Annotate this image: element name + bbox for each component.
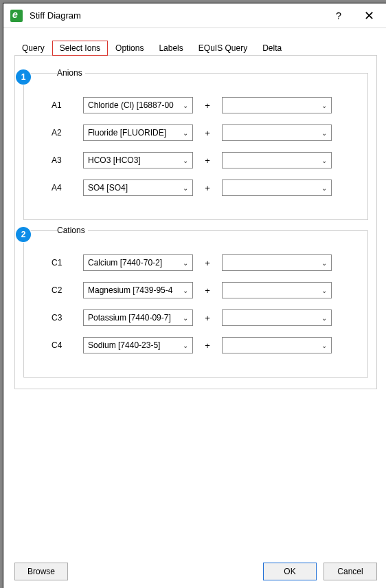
chevron-down-icon: ⌄ (183, 102, 188, 109)
combo-value: Chloride (Cl) [16887-00 (88, 100, 174, 110)
stiff-diagram-dialog: Stiff Diagram ? ✕ Query Select Ions Opti… (3, 3, 386, 588)
chevron-down-icon: ⌄ (183, 287, 188, 294)
titlebar: Stiff Diagram ? ✕ (3, 3, 386, 28)
annotation-marker-2: 2 (16, 227, 31, 242)
label-c2: C2 (52, 285, 73, 295)
combo-a1-secondary[interactable]: ⌄ (222, 97, 332, 113)
chevron-down-icon: ⌄ (321, 184, 327, 192)
chevron-down-icon: ⌄ (321, 287, 327, 294)
chevron-down-icon: ⌄ (183, 157, 188, 164)
chevron-down-icon: ⌄ (183, 342, 188, 349)
tab-labels[interactable]: Labels (151, 40, 190, 56)
chevron-down-icon: ⌄ (183, 314, 188, 322)
combo-value: Magnesium [7439-95-4 (88, 285, 172, 295)
cation-row-c2: C2 Magnesium [7439-95-4 ⌄ + ⌄ (52, 282, 356, 298)
combo-value: Fluoride [FLUORIDE] (88, 128, 166, 138)
combo-c2-primary[interactable]: Magnesium [7439-95-4 ⌄ (83, 282, 193, 298)
combo-c2-secondary[interactable]: ⌄ (222, 282, 332, 298)
combo-a1-primary[interactable]: Chloride (Cl) [16887-00 ⌄ (83, 97, 193, 113)
anions-group: 1 Anions A1 Chloride (Cl) [16887-00 ⌄ + … (23, 68, 368, 220)
label-a3: A3 (52, 155, 73, 165)
combo-c3-primary[interactable]: Potassium [7440-09-7] ⌄ (83, 309, 193, 326)
chevron-down-icon: ⌄ (183, 129, 188, 137)
tab-options[interactable]: Options (108, 40, 151, 56)
help-button[interactable]: ? (323, 6, 354, 26)
content-area: Query Select Ions Options Labels EQuIS Q… (3, 28, 386, 556)
label-a4: A4 (52, 183, 73, 193)
chevron-down-icon: ⌄ (321, 102, 327, 109)
combo-a2-primary[interactable]: Fluoride [FLUORIDE] ⌄ (83, 124, 193, 141)
browse-button[interactable]: Browse (14, 563, 68, 580)
plus-icon: + (203, 128, 212, 138)
combo-c4-primary[interactable]: Sodium [7440-23-5] ⌄ (83, 337, 193, 353)
combo-c3-secondary[interactable]: ⌄ (222, 309, 332, 326)
anion-row-a4: A4 SO4 [SO4] ⌄ + ⌄ (52, 179, 356, 196)
plus-icon: + (203, 258, 212, 268)
combo-value: Calcium [7440-70-2] (88, 258, 162, 268)
label-a2: A2 (52, 128, 73, 138)
combo-c1-secondary[interactable]: ⌄ (222, 254, 332, 271)
combo-a3-primary[interactable]: HCO3 [HCO3] ⌄ (83, 152, 193, 168)
plus-icon: + (203, 100, 212, 111)
tab-equis-query[interactable]: EQuIS Query (191, 40, 255, 56)
app-icon (10, 10, 23, 22)
chevron-down-icon: ⌄ (321, 342, 327, 349)
ok-button[interactable]: OK (263, 563, 317, 580)
chevron-down-icon: ⌄ (183, 259, 188, 267)
cation-row-c1: C1 Calcium [7440-70-2] ⌄ + ⌄ (52, 254, 356, 271)
combo-value: HCO3 [HCO3] (88, 155, 141, 165)
anion-row-a3: A3 HCO3 [HCO3] ⌄ + ⌄ (52, 152, 356, 168)
cation-row-c4: C4 Sodium [7440-23-5] ⌄ + ⌄ (52, 337, 356, 353)
dialog-footer: Browse OK Cancel (3, 556, 386, 588)
label-a1: A1 (52, 100, 73, 110)
tab-query[interactable]: Query (14, 40, 52, 56)
cations-group: 2 Cations C1 Calcium [7440-70-2] ⌄ + ⌄ C (23, 226, 368, 378)
window-title: Stiff Diagram (30, 10, 323, 21)
chevron-down-icon: ⌄ (183, 184, 188, 192)
tab-panel-select-ions: 1 Anions A1 Chloride (Cl) [16887-00 ⌄ + … (14, 56, 377, 389)
cancel-button[interactable]: Cancel (323, 563, 377, 580)
anions-legend: Anions (57, 68, 85, 78)
tab-delta[interactable]: Delta (255, 40, 289, 56)
label-c1: C1 (52, 258, 73, 268)
close-button[interactable]: ✕ (354, 6, 384, 26)
combo-a3-secondary[interactable]: ⌄ (222, 152, 332, 168)
combo-value: SO4 [SO4] (88, 183, 128, 193)
combo-c1-primary[interactable]: Calcium [7440-70-2] ⌄ (83, 254, 193, 271)
cations-legend: Cations (57, 226, 88, 235)
chevron-down-icon: ⌄ (321, 259, 327, 267)
combo-c4-secondary[interactable]: ⌄ (222, 337, 332, 353)
label-c3: C3 (52, 313, 73, 323)
combo-a4-primary[interactable]: SO4 [SO4] ⌄ (83, 179, 193, 196)
annotation-marker-1: 1 (16, 69, 31, 85)
chevron-down-icon: ⌄ (321, 157, 327, 164)
tab-select-ions[interactable]: Select Ions (52, 41, 108, 56)
anion-row-a1: A1 Chloride (Cl) [16887-00 ⌄ + ⌄ (52, 97, 356, 113)
label-c4: C4 (52, 340, 73, 350)
tab-strip: Query Select Ions Options Labels EQuIS Q… (14, 39, 377, 56)
combo-value: Sodium [7440-23-5] (88, 340, 160, 350)
chevron-down-icon: ⌄ (321, 129, 327, 137)
chevron-down-icon: ⌄ (321, 314, 327, 322)
combo-a4-secondary[interactable]: ⌄ (222, 179, 332, 196)
cation-row-c3: C3 Potassium [7440-09-7] ⌄ + ⌄ (52, 309, 356, 326)
plus-icon: + (203, 313, 212, 323)
combo-value: Potassium [7440-09-7] (88, 313, 171, 323)
plus-icon: + (203, 155, 212, 166)
plus-icon: + (203, 285, 212, 296)
titlebar-buttons: ? ✕ (323, 6, 384, 26)
combo-a2-secondary[interactable]: ⌄ (222, 124, 332, 141)
plus-icon: + (203, 183, 212, 193)
anion-row-a2: A2 Fluoride [FLUORIDE] ⌄ + ⌄ (52, 124, 356, 141)
plus-icon: + (203, 340, 212, 351)
